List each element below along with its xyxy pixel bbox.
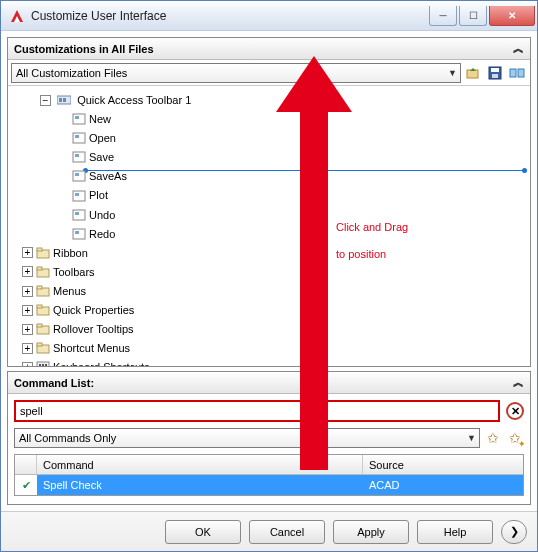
filter-value: All Commands Only: [19, 432, 116, 444]
svg-rect-30: [37, 286, 42, 289]
tree-node[interactable]: +Quick Properties: [22, 300, 526, 319]
tree-node[interactable]: +Keyboard Shortcuts: [22, 357, 526, 366]
collapse-icon[interactable]: ︽: [513, 375, 524, 390]
close-button[interactable]: ✕: [489, 6, 535, 26]
tree-item[interactable]: New: [58, 109, 526, 128]
svg-rect-7: [518, 69, 524, 77]
tree-label: Undo: [89, 209, 115, 221]
collapse-toggle[interactable]: −: [40, 95, 51, 106]
command-filter-dropdown[interactable]: All Commands Only ▼: [14, 428, 480, 448]
grid-header-source[interactable]: Source: [363, 455, 523, 474]
help-button[interactable]: Help: [417, 520, 493, 544]
tree-label: Rollover Tooltips: [53, 323, 134, 335]
tree-item[interactable]: Redo: [58, 224, 526, 243]
svg-rect-38: [39, 364, 41, 366]
tree-item[interactable]: Plot: [58, 185, 526, 204]
folder-icon: [36, 285, 50, 297]
favorite-button[interactable]: ✩: [484, 429, 502, 447]
tree-node[interactable]: +Menus: [22, 281, 526, 300]
command-icon: [72, 170, 86, 182]
new-favorite-button[interactable]: ✩✦: [506, 429, 524, 447]
row-source: ACAD: [363, 475, 523, 495]
grid-header: Command Source: [15, 455, 523, 475]
grid-header-check[interactable]: [15, 455, 37, 474]
minimize-button[interactable]: ─: [429, 6, 457, 26]
open-file-button[interactable]: [463, 63, 483, 83]
ok-button[interactable]: OK: [165, 520, 241, 544]
save-button[interactable]: [485, 63, 505, 83]
tree-label: Quick Properties: [53, 304, 134, 316]
window-controls: ─ ☐ ✕: [427, 6, 535, 26]
svg-rect-39: [42, 364, 44, 366]
transfer-button[interactable]: [507, 63, 527, 83]
folder-icon: [36, 304, 50, 316]
tree-item[interactable]: Undo: [58, 205, 526, 224]
svg-rect-6: [510, 69, 516, 77]
tree-label: Plot: [89, 190, 108, 202]
search-value: spell: [20, 405, 43, 417]
tree-label: Shortcut Menus: [53, 342, 130, 354]
tree-label: New: [89, 113, 111, 125]
svg-rect-5: [492, 74, 498, 78]
grid-header-command[interactable]: Command: [37, 455, 363, 474]
apply-button[interactable]: Apply: [333, 520, 409, 544]
expand-toggle[interactable]: +: [22, 286, 33, 297]
expand-toggle[interactable]: +: [22, 343, 33, 354]
command-icon: [72, 228, 86, 240]
expand-toggle[interactable]: +: [22, 324, 33, 335]
chevron-right-icon: ❯: [510, 525, 519, 538]
cancel-button[interactable]: Cancel: [249, 520, 325, 544]
tree-label: Open: [89, 132, 116, 144]
window-body: Customizations in All Files ︽ All Custom…: [1, 31, 537, 511]
row-check-icon: ✔: [15, 475, 37, 495]
command-icon: [72, 209, 86, 221]
tree-label: Redo: [89, 228, 115, 240]
customizations-tree[interactable]: − Quick Access Toolbar 1 NewOpenSaveSave…: [8, 86, 530, 366]
command-icon: [72, 151, 86, 163]
tree-node-qat[interactable]: − Quick Access Toolbar 1 NewOpenSaveSave…: [40, 90, 526, 243]
svg-rect-14: [75, 135, 79, 138]
svg-rect-24: [75, 231, 79, 234]
svg-rect-22: [75, 212, 79, 215]
customizations-header[interactable]: Customizations in All Files ︽: [8, 38, 530, 60]
folder-icon: [36, 361, 50, 366]
expand-toggle[interactable]: +: [22, 266, 33, 277]
folder-icon: [36, 342, 50, 354]
svg-rect-16: [75, 154, 79, 157]
tree-item[interactable]: SaveAs: [58, 166, 526, 185]
titlebar[interactable]: Customize User Interface ─ ☐ ✕: [1, 1, 537, 31]
dropdown-value: All Customization Files: [16, 67, 127, 79]
search-input[interactable]: spell: [14, 400, 500, 422]
folder-icon: [36, 266, 50, 278]
folder-icon: [36, 323, 50, 335]
tree-node[interactable]: +Rollover Tooltips: [22, 319, 526, 338]
tree-node[interactable]: +Shortcut Menus: [22, 338, 526, 357]
svg-rect-2: [467, 70, 478, 78]
command-list-header[interactable]: Command List: ︽: [8, 372, 530, 394]
collapse-icon[interactable]: ︽: [513, 41, 524, 56]
svg-rect-26: [37, 248, 42, 251]
button-bar: OK Cancel Apply Help ❯: [1, 511, 537, 551]
tree-node[interactable]: +Toolbars: [22, 262, 526, 281]
expand-toggle[interactable]: +: [22, 362, 33, 366]
svg-rect-36: [37, 343, 42, 346]
svg-rect-9: [59, 98, 62, 102]
expand-toggle[interactable]: +: [22, 305, 33, 316]
search-row: spell ✕: [8, 394, 530, 428]
tree-item[interactable]: Save: [58, 147, 526, 166]
command-list-title: Command List:: [14, 377, 94, 389]
svg-rect-34: [37, 324, 42, 327]
tree-label: Keyboard Shortcuts: [53, 361, 150, 366]
tree-item[interactable]: Open: [58, 128, 526, 147]
expand-button[interactable]: ❯: [501, 520, 527, 544]
clear-search-button[interactable]: ✕: [506, 402, 524, 420]
svg-rect-32: [37, 305, 42, 308]
maximize-button[interactable]: ☐: [459, 6, 487, 26]
tree-label: Save: [89, 151, 114, 163]
grid-row[interactable]: ✔ Spell Check ACAD: [15, 475, 523, 495]
filter-row: All Commands Only ▼ ✩ ✩✦: [8, 428, 530, 454]
tree-node[interactable]: +Ribbon: [22, 243, 526, 262]
customization-files-dropdown[interactable]: All Customization Files ▼: [11, 63, 461, 83]
expand-toggle[interactable]: +: [22, 247, 33, 258]
window-title: Customize User Interface: [31, 9, 427, 23]
